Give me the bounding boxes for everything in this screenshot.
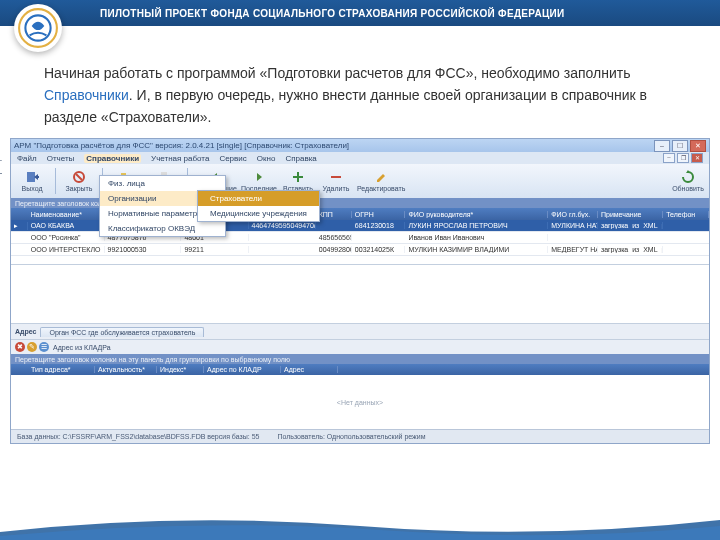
statusbar: База данных: C:\FSSRF\ARM_FSS2\database\… bbox=[11, 429, 709, 443]
organizacii-submenu: Страхователи Медицинские учреждения bbox=[197, 190, 320, 222]
subgrid-header: Тип адреса* Актуальность* Индекс* Адрес … bbox=[11, 364, 709, 375]
sm-strahovateli[interactable]: Страхователи bbox=[198, 191, 319, 206]
close-icon bbox=[72, 170, 86, 184]
subgrid-body[interactable]: <Нет данных> bbox=[11, 375, 709, 429]
plus-icon bbox=[291, 170, 305, 184]
refresh-button[interactable]: Обновить bbox=[671, 166, 705, 196]
dd-okved[interactable]: Классификатор ОКВЭД bbox=[100, 221, 225, 236]
toolbar: Выход Закрыть Загрузить Печать Предыдущи… bbox=[11, 164, 709, 198]
menu-reports[interactable]: Отчеты bbox=[47, 154, 75, 163]
window-title: АРМ "Подготовка расчётов для ФСС" версия… bbox=[14, 141, 349, 150]
subgrid-groupby-hint: Перетащите заголовок колонки на эту пане… bbox=[11, 354, 709, 364]
menu-service[interactable]: Сервис bbox=[219, 154, 246, 163]
col-fiogb[interactable]: ФИО гл.бух. bbox=[548, 211, 598, 218]
row-add-icon[interactable]: + bbox=[0, 156, 2, 166]
menu-help[interactable]: Справка bbox=[285, 154, 316, 163]
dd-fiz-lica[interactable]: Физ. лица bbox=[100, 176, 225, 191]
scol-type[interactable]: Тип адреса* bbox=[28, 366, 95, 373]
menu-uchet[interactable]: Учетная работа bbox=[151, 154, 209, 163]
edit-addr-icon[interactable]: ✎ bbox=[27, 342, 37, 352]
menu-file[interactable]: Файл bbox=[17, 154, 37, 163]
menu-window[interactable]: Окно bbox=[257, 154, 276, 163]
link-spravochniki: Справочники bbox=[44, 87, 129, 103]
address-toolbar: ✖ ✎ ☰ Адрес из КЛАДРа bbox=[11, 339, 709, 354]
svg-rect-12 bbox=[331, 176, 341, 178]
sm-med[interactable]: Медицинские учреждения bbox=[198, 206, 319, 221]
addr-label: Адрес bbox=[15, 328, 36, 335]
col-note[interactable]: Примечание bbox=[598, 211, 663, 218]
status-db: База данных: C:\FSSRF\ARM_FSS2\database\… bbox=[17, 433, 259, 440]
refresh-icon bbox=[681, 170, 695, 184]
scol-act[interactable]: Актуальность* bbox=[95, 366, 157, 373]
svg-rect-2 bbox=[27, 172, 35, 182]
delete-button[interactable]: Удалить bbox=[319, 166, 353, 196]
exit-button[interactable]: Выход bbox=[15, 166, 49, 196]
scol-index[interactable]: Индекс* bbox=[157, 366, 204, 373]
slide-text: Начиная работать с программой «Подготовк… bbox=[44, 62, 676, 128]
del-addr-icon[interactable]: ✖ bbox=[15, 342, 25, 352]
menu-spravochniki[interactable]: Справочники bbox=[84, 154, 141, 163]
scol-kladr[interactable]: Адрес по КЛАДР bbox=[204, 366, 281, 373]
app-window: АРМ "Подготовка расчётов для ФСС" версия… bbox=[10, 138, 710, 444]
kladr-label: Адрес из КЛАДРа bbox=[53, 344, 111, 351]
decorative-curve bbox=[0, 512, 720, 540]
scol-addr[interactable]: Адрес bbox=[281, 366, 338, 373]
col-ogrn[interactable]: ОГРН bbox=[352, 211, 406, 218]
address-tabstrip: Адрес Орган ФСС где обслуживается страхо… bbox=[11, 323, 709, 339]
no-data-label: <Нет данных> bbox=[337, 399, 383, 406]
svg-rect-11 bbox=[293, 176, 303, 178]
mdi-close-button[interactable]: ✕ bbox=[691, 153, 703, 163]
window-close-button[interactable]: ✕ bbox=[690, 140, 706, 152]
mdi-minimize-button[interactable]: – bbox=[663, 153, 675, 163]
header-title: ПИЛОТНЫЙ ПРОЕКТ ФОНДА СОЦИАЛЬНОГО СТРАХО… bbox=[100, 8, 565, 19]
svg-line-4 bbox=[76, 174, 82, 180]
minus-icon bbox=[329, 170, 343, 184]
menubar: Файл Отчеты Справочники Учетная работа С… bbox=[11, 152, 709, 164]
window-maximize-button[interactable]: ☐ bbox=[672, 140, 688, 152]
col-kpp[interactable]: КПП bbox=[316, 211, 352, 218]
table-row[interactable]: ООО ИНТЕРСТЕКЛО 9921000530 99211 0049928… bbox=[11, 244, 709, 256]
empty-pane: + – bbox=[11, 264, 709, 323]
edit-button[interactable]: Редактировать bbox=[357, 166, 405, 196]
view-addr-icon[interactable]: ☰ bbox=[39, 342, 49, 352]
window-titlebar: АРМ "Подготовка расчётов для ФСС" версия… bbox=[11, 139, 709, 152]
slide-text-part2: . И, в первую очередь, нужно внести данн… bbox=[44, 87, 647, 125]
mdi-restore-button[interactable]: ❐ bbox=[677, 153, 689, 163]
exit-icon bbox=[25, 170, 39, 184]
window-minimize-button[interactable]: – bbox=[654, 140, 670, 152]
row-nav-controls: + – bbox=[0, 156, 2, 178]
slide-text-part1: Начиная работать с программой «Подготовк… bbox=[44, 65, 630, 81]
fss-logo bbox=[14, 4, 62, 52]
col-fio[interactable]: ФИО руководителя* bbox=[405, 211, 548, 218]
edit-icon bbox=[374, 170, 388, 184]
presentation-header: ПИЛОТНЫЙ ПРОЕКТ ФОНДА СОЦИАЛЬНОГО СТРАХО… bbox=[0, 0, 720, 26]
row-remove-icon[interactable]: – bbox=[0, 168, 2, 178]
status-user: Пользователь: Однопользовательский режим bbox=[277, 433, 425, 440]
col-name[interactable]: Наименование* bbox=[28, 211, 105, 218]
close-button[interactable]: Закрыть bbox=[62, 166, 96, 196]
tab-fss-organ[interactable]: Орган ФСС где обслуживается страхователь bbox=[40, 327, 204, 337]
col-tel[interactable]: Телефон bbox=[663, 211, 709, 218]
next-icon bbox=[252, 170, 266, 184]
